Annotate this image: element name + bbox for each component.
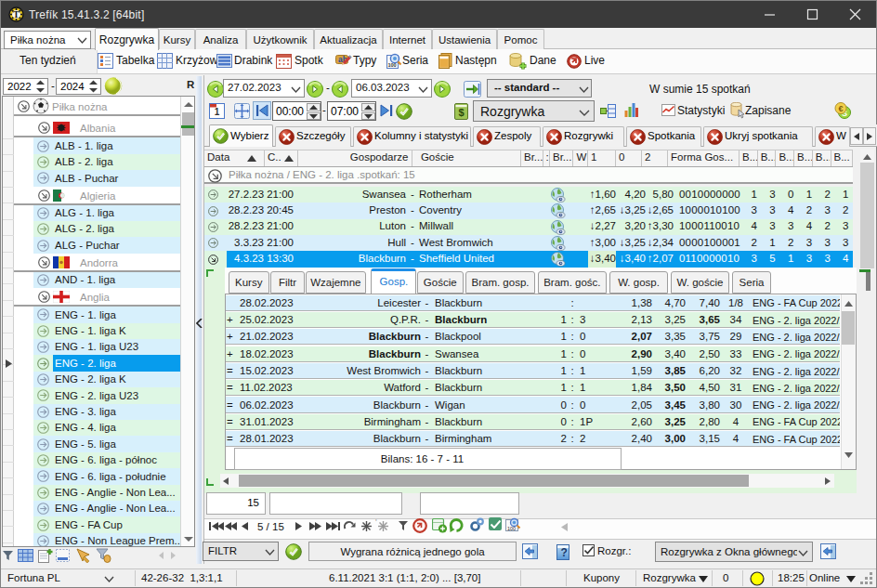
svg-text:1: 1: [215, 107, 220, 117]
svg-text:T: T: [13, 10, 20, 20]
svg-text:€: €: [838, 104, 843, 113]
svg-text:$: $: [458, 107, 464, 118]
